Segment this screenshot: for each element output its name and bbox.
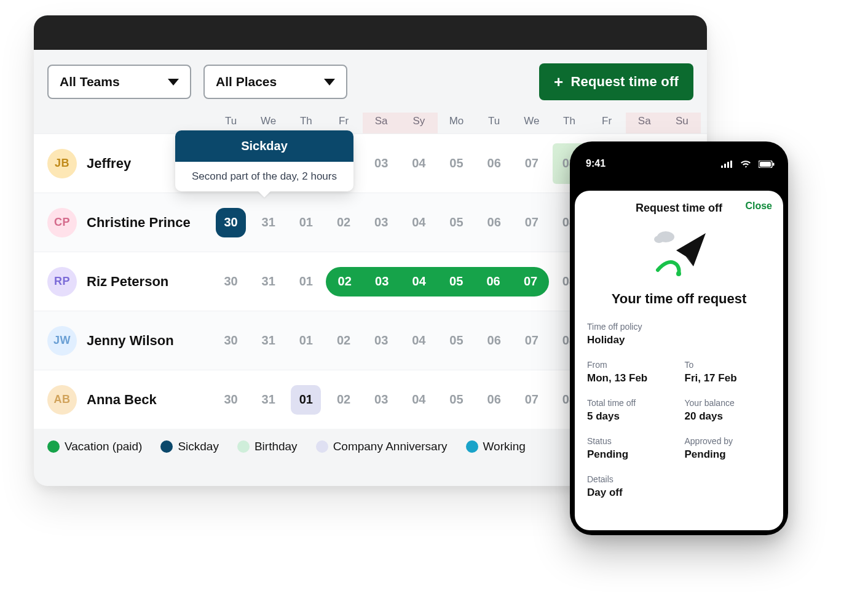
weekday-label: Th [550, 115, 588, 127]
tooltip-body: Second part of the day, 2 hours [175, 162, 353, 191]
request-time-off-button[interactable]: + Request time off [539, 63, 693, 100]
legend-item: Sickday [160, 440, 219, 453]
teams-select[interactable]: All Teams [47, 65, 191, 99]
person-name: Jenny Wilson [87, 333, 174, 349]
person-name: Anna Beck [87, 392, 157, 408]
svg-point-9 [676, 271, 681, 276]
legend-item: Vacation (paid) [47, 440, 142, 453]
battery-icon [759, 161, 775, 168]
svg-point-8 [654, 236, 664, 243]
tooltip-arrow [258, 191, 270, 197]
weekday-label: Tu [212, 115, 250, 127]
weekday-label: Fr [325, 115, 362, 127]
vacation-pill[interactable]: 02 03 04 05 06 07 [326, 267, 549, 296]
field-status: Status Pending [587, 436, 674, 461]
svg-rect-6 [773, 162, 775, 165]
field-to: To Fri, 17 Feb [685, 360, 771, 384]
signal-icon [721, 161, 732, 168]
field-from: From Mon, 13 Feb [587, 360, 674, 384]
tooltip: Sickday Second part of the day, 2 hours [175, 130, 353, 191]
toolbar: All Teams All Places + Request time off [34, 50, 707, 113]
svg-rect-3 [730, 161, 732, 168]
person-name: Riz Peterson [87, 274, 168, 290]
request-headline: Your time off request [575, 287, 783, 316]
paper-plane-icon [645, 226, 713, 281]
field-policy: Time off policy Holiday [587, 322, 771, 346]
legend-dot-icon [237, 440, 250, 453]
legend-item: Company Anniversary [316, 440, 448, 453]
phone-mockup: 9:41 Request time off Close [570, 141, 788, 535]
svg-rect-2 [727, 162, 729, 168]
window-titlebar [34, 15, 707, 50]
chevron-down-icon [168, 79, 179, 86]
legend-item: Working [466, 440, 526, 453]
weekday-label: Fr [588, 115, 626, 127]
legend-dot-icon [316, 440, 328, 453]
avatar: JW [47, 326, 77, 356]
request-fields: Time off policy Holiday From Mon, 13 Feb… [575, 316, 783, 499]
weekday-label: Mo [438, 115, 475, 127]
sheet-title: Request time off [636, 202, 722, 215]
field-total: Total time off 5 days [587, 398, 674, 423]
weekday-label: Th [287, 115, 325, 127]
tooltip-title: Sickday [175, 130, 353, 162]
status-icons [721, 158, 775, 169]
legend-dot-icon [47, 440, 60, 453]
field-details: Details Day off [587, 474, 771, 499]
plus-icon: + [554, 74, 563, 90]
avatar: JB [47, 149, 77, 178]
field-approved-by: Approved by Pending [685, 436, 771, 461]
weekday-label: Tu [475, 115, 513, 127]
anniversary-chip[interactable]: 01 [291, 385, 321, 415]
illustration [575, 220, 783, 287]
svg-rect-5 [760, 162, 771, 167]
field-balance: Your balance 20 days [685, 398, 771, 423]
legend-dot-icon [160, 440, 173, 453]
person-name: Jeffrey [87, 156, 131, 172]
sickday-chip[interactable]: 30 [216, 208, 246, 237]
svg-rect-0 [721, 165, 723, 168]
person-name: Christine Prince [87, 215, 191, 231]
weekday-label: We [250, 115, 287, 127]
places-select[interactable]: All Places [203, 65, 347, 99]
avatar: RP [47, 267, 77, 296]
teams-select-label: All Teams [60, 74, 120, 89]
request-button-label: Request time off [570, 74, 679, 90]
close-button[interactable]: Close [745, 201, 772, 212]
legend-item: Birthday [237, 440, 298, 453]
phone-time: 9:41 [586, 158, 606, 169]
chevron-down-icon [324, 79, 335, 86]
legend-dot-icon [466, 440, 478, 453]
weekday-label: We [513, 115, 550, 127]
avatar: CP [47, 208, 77, 237]
request-sheet: Request time off Close Your time off req… [575, 191, 783, 530]
avatar: AB [47, 385, 77, 415]
svg-rect-1 [724, 164, 726, 168]
places-select-label: All Places [216, 74, 277, 89]
wifi-icon [741, 161, 751, 168]
phone-statusbar: 9:41 [570, 141, 788, 182]
